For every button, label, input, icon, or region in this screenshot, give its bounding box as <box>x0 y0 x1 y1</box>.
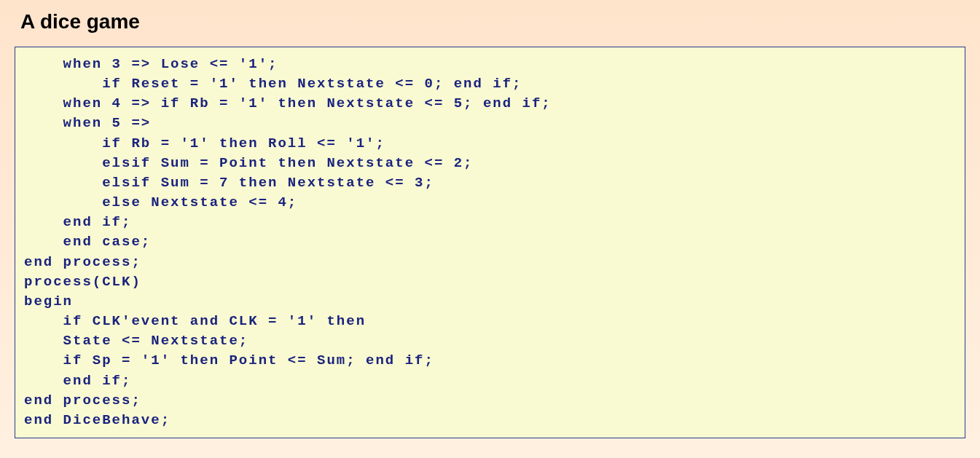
code-block: when 3 => Lose <= '1'; if Reset = '1' th… <box>15 47 965 438</box>
slide-title: A dice game <box>20 10 965 33</box>
